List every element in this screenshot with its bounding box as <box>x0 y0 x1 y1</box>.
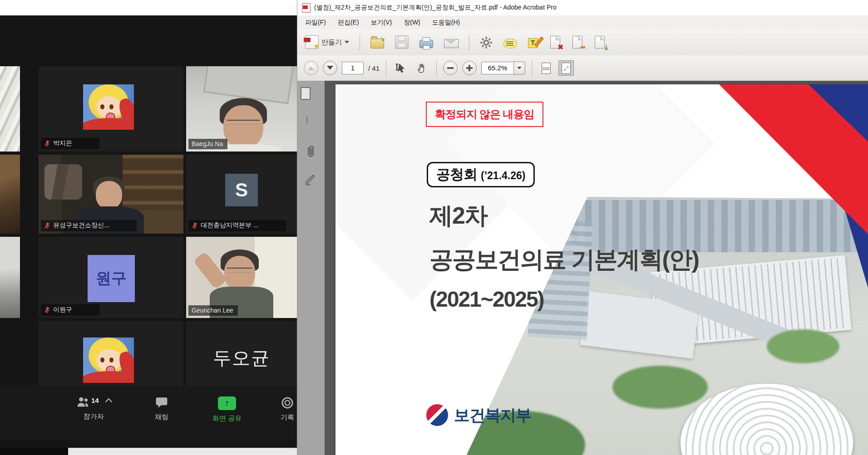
scrolling-view-icon <box>542 63 551 74</box>
participants-icon <box>76 396 90 408</box>
hearing-date-badge: 공청회 (’21.4.26) <box>427 162 535 187</box>
video-tile-leewongu[interactable]: 원구 이원구 <box>39 237 183 318</box>
zoom-meeting-window: 박지은 BaegJu Na <box>0 15 297 448</box>
video-tile-partial[interactable] <box>0 66 20 152</box>
participant-name: 대전충남지역본부 ... <box>201 221 259 230</box>
menu-view[interactable]: 보기(V) <box>365 15 398 29</box>
mohw-symbol-icon <box>426 404 448 426</box>
ministry-name: 보건복지부 <box>454 405 531 426</box>
screen: 박지은 BaegJu Na <box>0 0 868 455</box>
attachments-button[interactable] <box>304 145 318 160</box>
anime-avatar <box>83 338 134 383</box>
video-tile-daejeon[interactable]: S 대전충남지역본부 ... <box>186 155 297 234</box>
highlight-text-button[interactable] <box>526 34 540 50</box>
participants-button[interactable]: 14 참가자 <box>76 396 111 421</box>
print-icon <box>419 40 433 48</box>
zoom-level-input[interactable]: 65.2% <box>481 62 513 74</box>
video-tile-baegju-na-active-speaker[interactable]: BaegJu Na <box>186 66 297 152</box>
page-thumbnails-button[interactable] <box>304 89 318 103</box>
letter-avatar: S <box>225 174 258 206</box>
participant-name: BaegJu Na <box>192 140 223 147</box>
acrobat-menu-bar: 파일(F) 편집(E) 보기(V) 창(W) 도움말(H) <box>297 15 868 29</box>
share-screen-button[interactable]: ↑ 화면 공유 <box>212 396 242 423</box>
zoom-dropdown-button[interactable] <box>513 61 525 75</box>
pdf-file-icon <box>302 3 311 13</box>
window-title: (별첨)_제2차_공공보건의료_기본계획(안)_공청회_발표_자료.pdf - … <box>314 4 557 12</box>
signatures-button[interactable] <box>304 173 318 188</box>
bookmarks-button[interactable] <box>304 117 318 132</box>
highlight-text-icon <box>528 38 538 48</box>
email-button[interactable] <box>442 34 461 50</box>
hearing-date: (’21.4.26) <box>481 170 525 182</box>
page-number-input[interactable]: 1 <box>342 62 364 74</box>
signature-pen-icon <box>304 173 317 186</box>
acrobat-toolbar: 만들기 <box>297 29 868 56</box>
mic-muted-icon <box>44 222 50 229</box>
video-tile-parkjieun-1[interactable]: 박지은 <box>39 66 183 152</box>
chat-icon <box>155 396 168 409</box>
previous-page-button[interactable] <box>304 61 318 75</box>
page-thumbnails-icon <box>308 88 310 98</box>
create-pdf-label: 만들기 <box>321 38 342 47</box>
anime-avatar <box>83 84 134 130</box>
gear-icon <box>480 36 493 49</box>
chat-button[interactable]: 채팅 <box>155 396 168 421</box>
video-tile-yuseong[interactable]: 유성구보건소장신... <box>39 155 183 234</box>
participant-name-tag: 유성구보건소장신... <box>41 220 137 231</box>
record-button[interactable]: 기록 <box>281 396 294 422</box>
open-folder-icon <box>370 39 384 49</box>
menu-file[interactable]: 파일(F) <box>299 15 332 29</box>
video-tile-geunchan-lee[interactable]: Geunchan Lee <box>186 237 297 318</box>
comment-bubble-icon <box>503 39 517 49</box>
taskbar-strip <box>0 448 297 455</box>
mic-muted-icon <box>44 140 50 147</box>
share-screen-icon: ↑ <box>218 396 236 410</box>
comment-button[interactable] <box>501 34 519 50</box>
chevron-up-icon[interactable] <box>105 398 112 406</box>
extract-page-icon <box>572 36 582 49</box>
slide-title-line2: 공공보건의료 기본계획(안) <box>429 244 699 276</box>
print-button[interactable] <box>417 34 435 50</box>
fit-page-icon: ⤢ <box>562 63 571 74</box>
participant-name-tag: Geunchan Lee <box>188 305 238 316</box>
export-page-icon <box>595 36 605 49</box>
participants-count: 14 <box>91 396 99 404</box>
email-icon <box>444 39 459 48</box>
delete-pages-button[interactable] <box>547 34 562 50</box>
acrobat-title-bar[interactable]: (별첨)_제2차_공공보건의료_기본계획(안)_공청회_발표_자료.pdf - … <box>297 0 868 15</box>
menu-window[interactable]: 창(W) <box>398 15 426 29</box>
preferences-button[interactable] <box>478 34 495 51</box>
text-avatar: 원구 <box>88 255 135 302</box>
participants-label: 참가자 <box>84 412 104 421</box>
video-tile-partial[interactable] <box>0 237 20 318</box>
acrobat-window: (별첨)_제2차_공공보건의료_기본계획(안)_공청회_발표_자료.pdf - … <box>297 0 868 455</box>
extract-pages-button[interactable] <box>569 34 585 50</box>
scrolling-view-button[interactable] <box>538 60 554 76</box>
participant-name-tag: BaegJu Na <box>188 139 227 149</box>
acrobat-page-nav-bar: 1 / 41 65.2% <box>297 55 868 81</box>
menu-help[interactable]: 도움말(H) <box>426 15 466 29</box>
zoom-out-button[interactable] <box>443 61 458 75</box>
zoom-in-button[interactable] <box>462 61 477 75</box>
video-tile-partial[interactable] <box>0 155 20 234</box>
next-page-button[interactable] <box>323 61 337 75</box>
select-tool-button[interactable] <box>393 60 409 76</box>
participant-name: 유성구보건소장신... <box>53 221 109 230</box>
create-pdf-button[interactable]: 만들기 <box>303 34 351 51</box>
chat-label: 채팅 <box>155 413 168 421</box>
page-total-label: / 41 <box>368 64 380 72</box>
menu-edit[interactable]: 편집(E) <box>332 15 365 29</box>
pdf-page: 확정되지 않은 내용임 공청회 (’21.4.26) 제2차 공공보건의료 기본… <box>335 84 868 455</box>
select-cursor-icon <box>395 62 407 74</box>
acrobat-document-area[interactable]: 확정되지 않은 내용임 공청회 (’21.4.26) 제2차 공공보건의료 기본… <box>325 81 868 455</box>
participant-name-tag: 박지은 <box>41 138 99 149</box>
save-button[interactable] <box>393 34 411 51</box>
hand-tool-button[interactable] <box>414 60 430 76</box>
mic-muted-icon <box>192 222 198 229</box>
delete-page-icon <box>550 36 560 49</box>
open-file-button[interactable] <box>368 34 386 50</box>
export-pdf-button[interactable] <box>591 34 607 50</box>
hand-tool-icon <box>416 62 428 74</box>
fit-page-button[interactable]: ⤢ <box>558 60 574 76</box>
hearing-label: 공청회 <box>436 163 477 186</box>
